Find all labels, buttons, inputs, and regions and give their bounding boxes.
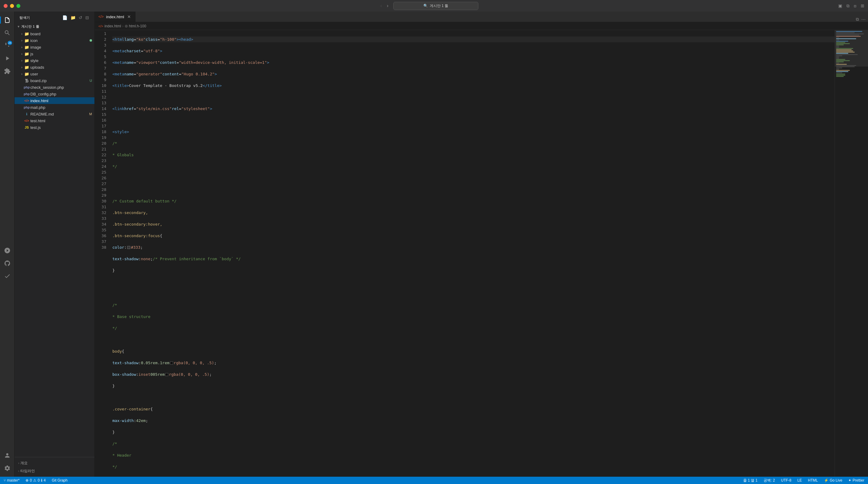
ln-4: 4	[95, 48, 106, 54]
code-line-23	[112, 291, 835, 296]
git-graph-item[interactable]: Git Graph	[51, 477, 69, 484]
new-file-icon[interactable]: 📄	[62, 15, 68, 21]
explorer-root[interactable]: ▼ 게시만 1 툴	[14, 23, 94, 30]
minimap-line	[836, 42, 845, 43]
activity-item-settings[interactable]	[1, 462, 13, 474]
maximize-button[interactable]	[17, 4, 20, 8]
language-label: HTML	[808, 478, 818, 482]
tree-item-style[interactable]: › 📁 style	[14, 57, 94, 64]
minimap-line	[836, 64, 847, 65]
tree-item-check-session[interactable]: › php check_session.php	[14, 84, 94, 91]
sidebar-timeline-section[interactable]: › 타임라인	[14, 467, 94, 475]
position-item[interactable]: 줄 1 열 1	[742, 477, 759, 484]
code-line-8	[112, 117, 835, 123]
minimize-button[interactable]	[10, 4, 14, 8]
activity-item-extensions[interactable]	[1, 65, 13, 77]
forward-button[interactable]: ›	[387, 3, 389, 8]
layout-icon[interactable]: ⧈	[854, 3, 857, 8]
encoding-item[interactable]: UTF-8	[780, 477, 793, 484]
tree-item-readme[interactable]: › ℹ README.md M	[14, 111, 94, 117]
new-folder-icon[interactable]: 📁	[70, 15, 76, 21]
minimap-line	[836, 54, 858, 55]
minimap-line	[836, 57, 839, 57]
ln-8: 8	[95, 71, 106, 77]
sidebar-bottom: › 개요 › 타임라인	[14, 457, 94, 477]
breadcrumb-file-icon: </>	[98, 24, 103, 28]
ln-10: 10	[95, 83, 106, 88]
tree-item-test-js[interactable]: › JS test.js	[14, 124, 94, 131]
activity-item-todo[interactable]	[1, 270, 13, 282]
minimap-line	[836, 36, 861, 37]
minimap-line	[836, 52, 855, 53]
go-live-label: Go Live	[830, 478, 842, 482]
minimap-line	[836, 60, 850, 61]
split-editor-icon[interactable]: ⧉	[846, 3, 849, 8]
language-item[interactable]: HTML	[807, 477, 819, 484]
folder-label-style: style	[30, 58, 92, 63]
tree-item-test-html[interactable]: › </> test.html	[14, 117, 94, 124]
panel-layout-icon[interactable]: ▣	[838, 3, 842, 8]
close-button[interactable]	[4, 4, 8, 8]
folder-icon-image: 📁	[24, 45, 29, 50]
sidebar-outline-section[interactable]: › 개요	[14, 459, 94, 467]
breadcrumb-file[interactable]: index.html	[104, 24, 121, 28]
go-live-item[interactable]: ⚡ Go Live	[823, 477, 843, 484]
sidebar: 탐색기 📄 📁 ↺ ⊟ ▼ 게시만 1 툴 › 📁 board	[14, 11, 95, 477]
tab-index-html[interactable]: </> index.html ✕	[95, 11, 135, 22]
more-actions-icon[interactable]: ⋯	[861, 17, 866, 22]
tree-item-image[interactable]: › 📁 image	[14, 44, 94, 51]
tree-item-board-zip[interactable]: › 🗜 board.zip U	[14, 77, 94, 84]
activity-item-remote[interactable]	[1, 245, 13, 257]
breadcrumb-symbol[interactable]: html.h-100	[129, 24, 146, 28]
errors-item[interactable]: ⊗ 0 ⚠ 0 ℹ 4	[24, 477, 47, 484]
activity-item-explorer[interactable]	[1, 14, 13, 26]
tree-item-mail[interactable]: › php mail.php	[14, 104, 94, 111]
split-editor-right-icon[interactable]: ⧉	[856, 17, 859, 22]
back-button[interactable]: ‹	[380, 3, 382, 8]
activity-item-search[interactable]	[1, 27, 13, 39]
activity-item-account[interactable]	[1, 449, 13, 461]
folder-label-icon: icon	[30, 38, 88, 43]
minimap-line	[836, 31, 862, 32]
ln-27: 27	[95, 181, 106, 187]
activity-item-source-control[interactable]: 26	[1, 39, 13, 52]
tab-close-button[interactable]: ✕	[127, 14, 131, 19]
modified-badge-readme: M	[89, 112, 92, 116]
tree-item-db-config[interactable]: › php DB_config.php	[14, 91, 94, 97]
tree-item-user[interactable]: › 📁 user	[14, 70, 94, 77]
tree-item-index-html[interactable]: › </> index.html	[14, 97, 94, 104]
code-line-10: /*	[112, 140, 835, 146]
file-tree: › 📁 board › 📁 icon › 📁 image	[14, 30, 94, 457]
code-line-7: <link href="style/min.css" rel="styleshe…	[112, 106, 835, 112]
folder-label-uploads: uploads	[30, 65, 92, 69]
ln-9: 9	[95, 77, 106, 83]
activity-item-run[interactable]	[1, 52, 13, 64]
ln-2: 2	[95, 36, 106, 42]
tree-item-js-folder[interactable]: › 📁 js	[14, 51, 94, 57]
outline-label: 개요	[20, 461, 28, 466]
folder-arrow-js: ›	[20, 51, 24, 56]
folder-icon-uploads: 📁	[24, 65, 29, 69]
tree-item-board[interactable]: › 📁 board	[14, 30, 94, 37]
file-label-index-html: index.html	[30, 98, 92, 103]
code-line-3: <meta name="viewport" content="width=dev…	[112, 60, 835, 65]
ln-17: 17	[95, 123, 106, 129]
collapse-all-icon[interactable]: ⊟	[85, 15, 90, 21]
ln-23: 23	[95, 158, 106, 164]
tree-item-uploads[interactable]: › 📁 uploads	[14, 64, 94, 70]
code-content[interactable]: <html lang="ko" class="h-100"><head> <me…	[110, 30, 835, 477]
refresh-icon[interactable]: ↺	[78, 15, 83, 21]
spaces-item[interactable]: 공백: 2	[762, 477, 776, 484]
prettier-item[interactable]: ✦ Prettier	[847, 477, 866, 484]
ln-5: 5	[95, 54, 106, 60]
line-ending-item[interactable]: LE	[796, 477, 803, 484]
git-branch-item[interactable]: ⑂ master*	[2, 477, 21, 484]
editor-area: </> index.html ✕ ⧉ ⋯ </> index.html › ◎ …	[95, 11, 868, 477]
customize-layout-icon[interactable]: ⊞	[861, 3, 864, 8]
code-line-22	[112, 279, 835, 285]
tree-item-icon[interactable]: › 📁 icon	[14, 37, 94, 44]
activity-item-github[interactable]	[1, 257, 13, 269]
ln-31: 31	[95, 204, 106, 210]
editor-toolbar-right: ⧉ ⋯	[854, 17, 868, 22]
titlebar-search-text[interactable]: 게시만 1 툴	[430, 3, 448, 8]
